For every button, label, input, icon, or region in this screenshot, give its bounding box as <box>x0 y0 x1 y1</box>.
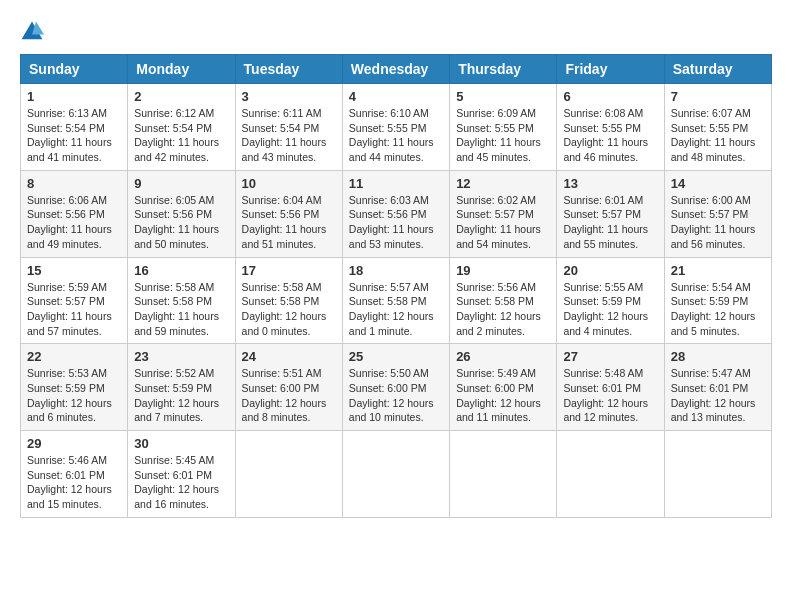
calendar-day-cell <box>450 431 557 518</box>
weekday-header-row: SundayMondayTuesdayWednesdayThursdayFrid… <box>21 55 772 84</box>
calendar-table: SundayMondayTuesdayWednesdayThursdayFrid… <box>20 54 772 518</box>
day-info: Sunrise: 6:06 AMSunset: 5:56 PMDaylight:… <box>27 193 121 252</box>
calendar-week-row: 15Sunrise: 5:59 AMSunset: 5:57 PMDayligh… <box>21 257 772 344</box>
weekday-header: Sunday <box>21 55 128 84</box>
day-info: Sunrise: 6:04 AMSunset: 5:56 PMDaylight:… <box>242 193 336 252</box>
day-number: 24 <box>242 349 336 364</box>
day-info: Sunrise: 6:09 AMSunset: 5:55 PMDaylight:… <box>456 106 550 165</box>
day-number: 18 <box>349 263 443 278</box>
day-info: Sunrise: 5:56 AMSunset: 5:58 PMDaylight:… <box>456 280 550 339</box>
day-number: 15 <box>27 263 121 278</box>
calendar-day-cell: 11Sunrise: 6:03 AMSunset: 5:56 PMDayligh… <box>342 170 449 257</box>
day-info: Sunrise: 6:03 AMSunset: 5:56 PMDaylight:… <box>349 193 443 252</box>
calendar-day-cell: 2Sunrise: 6:12 AMSunset: 5:54 PMDaylight… <box>128 84 235 171</box>
logo-icon <box>20 20 44 44</box>
day-number: 9 <box>134 176 228 191</box>
calendar-day-cell: 8Sunrise: 6:06 AMSunset: 5:56 PMDaylight… <box>21 170 128 257</box>
day-info: Sunrise: 6:10 AMSunset: 5:55 PMDaylight:… <box>349 106 443 165</box>
weekday-header: Monday <box>128 55 235 84</box>
calendar-day-cell: 27Sunrise: 5:48 AMSunset: 6:01 PMDayligh… <box>557 344 664 431</box>
day-info: Sunrise: 6:12 AMSunset: 5:54 PMDaylight:… <box>134 106 228 165</box>
calendar-day-cell: 24Sunrise: 5:51 AMSunset: 6:00 PMDayligh… <box>235 344 342 431</box>
day-info: Sunrise: 5:59 AMSunset: 5:57 PMDaylight:… <box>27 280 121 339</box>
calendar-day-cell: 15Sunrise: 5:59 AMSunset: 5:57 PMDayligh… <box>21 257 128 344</box>
calendar-day-cell: 20Sunrise: 5:55 AMSunset: 5:59 PMDayligh… <box>557 257 664 344</box>
calendar-week-row: 1Sunrise: 6:13 AMSunset: 5:54 PMDaylight… <box>21 84 772 171</box>
page-header <box>20 20 772 44</box>
day-info: Sunrise: 5:48 AMSunset: 6:01 PMDaylight:… <box>563 366 657 425</box>
weekday-header: Thursday <box>450 55 557 84</box>
day-number: 23 <box>134 349 228 364</box>
calendar-week-row: 22Sunrise: 5:53 AMSunset: 5:59 PMDayligh… <box>21 344 772 431</box>
day-info: Sunrise: 5:53 AMSunset: 5:59 PMDaylight:… <box>27 366 121 425</box>
day-number: 28 <box>671 349 765 364</box>
day-number: 1 <box>27 89 121 104</box>
weekday-header: Saturday <box>664 55 771 84</box>
day-number: 4 <box>349 89 443 104</box>
day-number: 8 <box>27 176 121 191</box>
day-number: 13 <box>563 176 657 191</box>
day-number: 11 <box>349 176 443 191</box>
day-info: Sunrise: 5:57 AMSunset: 5:58 PMDaylight:… <box>349 280 443 339</box>
calendar-day-cell: 23Sunrise: 5:52 AMSunset: 5:59 PMDayligh… <box>128 344 235 431</box>
day-info: Sunrise: 5:47 AMSunset: 6:01 PMDaylight:… <box>671 366 765 425</box>
day-number: 19 <box>456 263 550 278</box>
day-number: 6 <box>563 89 657 104</box>
calendar-day-cell: 13Sunrise: 6:01 AMSunset: 5:57 PMDayligh… <box>557 170 664 257</box>
calendar-day-cell: 10Sunrise: 6:04 AMSunset: 5:56 PMDayligh… <box>235 170 342 257</box>
day-number: 17 <box>242 263 336 278</box>
calendar-day-cell: 18Sunrise: 5:57 AMSunset: 5:58 PMDayligh… <box>342 257 449 344</box>
day-info: Sunrise: 6:02 AMSunset: 5:57 PMDaylight:… <box>456 193 550 252</box>
weekday-header: Friday <box>557 55 664 84</box>
day-info: Sunrise: 6:01 AMSunset: 5:57 PMDaylight:… <box>563 193 657 252</box>
day-number: 7 <box>671 89 765 104</box>
day-number: 12 <box>456 176 550 191</box>
calendar-day-cell: 28Sunrise: 5:47 AMSunset: 6:01 PMDayligh… <box>664 344 771 431</box>
weekday-header: Wednesday <box>342 55 449 84</box>
calendar-day-cell: 12Sunrise: 6:02 AMSunset: 5:57 PMDayligh… <box>450 170 557 257</box>
day-info: Sunrise: 5:55 AMSunset: 5:59 PMDaylight:… <box>563 280 657 339</box>
day-number: 5 <box>456 89 550 104</box>
calendar-day-cell: 1Sunrise: 6:13 AMSunset: 5:54 PMDaylight… <box>21 84 128 171</box>
calendar-day-cell: 22Sunrise: 5:53 AMSunset: 5:59 PMDayligh… <box>21 344 128 431</box>
day-info: Sunrise: 5:50 AMSunset: 6:00 PMDaylight:… <box>349 366 443 425</box>
day-number: 2 <box>134 89 228 104</box>
logo <box>20 20 48 44</box>
day-number: 21 <box>671 263 765 278</box>
calendar-week-row: 29Sunrise: 5:46 AMSunset: 6:01 PMDayligh… <box>21 431 772 518</box>
calendar-day-cell: 19Sunrise: 5:56 AMSunset: 5:58 PMDayligh… <box>450 257 557 344</box>
day-number: 10 <box>242 176 336 191</box>
weekday-header: Tuesday <box>235 55 342 84</box>
day-info: Sunrise: 5:51 AMSunset: 6:00 PMDaylight:… <box>242 366 336 425</box>
day-info: Sunrise: 5:58 AMSunset: 5:58 PMDaylight:… <box>242 280 336 339</box>
calendar-day-cell: 25Sunrise: 5:50 AMSunset: 6:00 PMDayligh… <box>342 344 449 431</box>
calendar-day-cell: 9Sunrise: 6:05 AMSunset: 5:56 PMDaylight… <box>128 170 235 257</box>
day-info: Sunrise: 5:46 AMSunset: 6:01 PMDaylight:… <box>27 453 121 512</box>
day-number: 20 <box>563 263 657 278</box>
calendar-day-cell <box>342 431 449 518</box>
calendar-day-cell: 29Sunrise: 5:46 AMSunset: 6:01 PMDayligh… <box>21 431 128 518</box>
day-number: 29 <box>27 436 121 451</box>
day-number: 25 <box>349 349 443 364</box>
calendar-day-cell: 6Sunrise: 6:08 AMSunset: 5:55 PMDaylight… <box>557 84 664 171</box>
day-info: Sunrise: 6:08 AMSunset: 5:55 PMDaylight:… <box>563 106 657 165</box>
day-info: Sunrise: 6:07 AMSunset: 5:55 PMDaylight:… <box>671 106 765 165</box>
day-number: 22 <box>27 349 121 364</box>
calendar-week-row: 8Sunrise: 6:06 AMSunset: 5:56 PMDaylight… <box>21 170 772 257</box>
calendar-day-cell: 14Sunrise: 6:00 AMSunset: 5:57 PMDayligh… <box>664 170 771 257</box>
day-info: Sunrise: 5:52 AMSunset: 5:59 PMDaylight:… <box>134 366 228 425</box>
calendar-day-cell <box>664 431 771 518</box>
day-info: Sunrise: 6:13 AMSunset: 5:54 PMDaylight:… <box>27 106 121 165</box>
day-info: Sunrise: 5:45 AMSunset: 6:01 PMDaylight:… <box>134 453 228 512</box>
calendar-day-cell: 21Sunrise: 5:54 AMSunset: 5:59 PMDayligh… <box>664 257 771 344</box>
day-info: Sunrise: 5:54 AMSunset: 5:59 PMDaylight:… <box>671 280 765 339</box>
day-number: 27 <box>563 349 657 364</box>
calendar-day-cell <box>235 431 342 518</box>
day-info: Sunrise: 6:00 AMSunset: 5:57 PMDaylight:… <box>671 193 765 252</box>
calendar-day-cell: 17Sunrise: 5:58 AMSunset: 5:58 PMDayligh… <box>235 257 342 344</box>
calendar-day-cell <box>557 431 664 518</box>
calendar-day-cell: 26Sunrise: 5:49 AMSunset: 6:00 PMDayligh… <box>450 344 557 431</box>
day-number: 16 <box>134 263 228 278</box>
calendar-day-cell: 16Sunrise: 5:58 AMSunset: 5:58 PMDayligh… <box>128 257 235 344</box>
day-number: 3 <box>242 89 336 104</box>
